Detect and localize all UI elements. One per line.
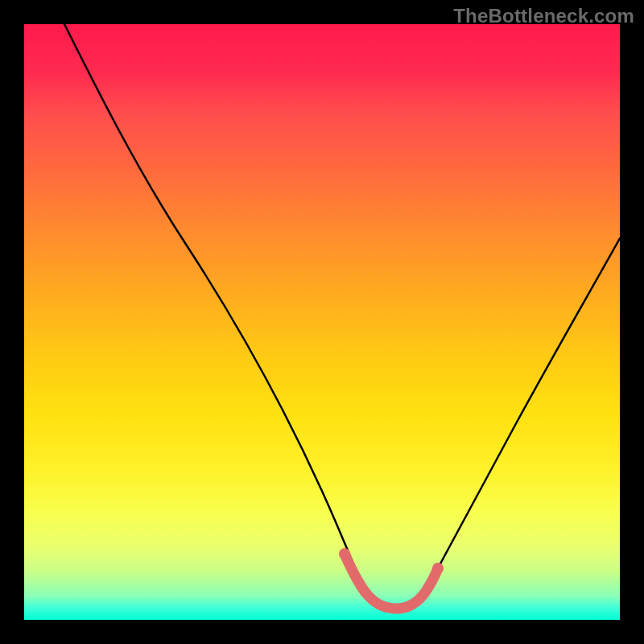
highlight-segment <box>345 554 438 609</box>
bottleneck-curve <box>64 24 620 607</box>
highlight-endpoint-right <box>432 563 444 574</box>
plot-area <box>24 24 620 620</box>
chart-container: TheBottleneck.com <box>0 0 644 644</box>
curve-svg <box>24 24 620 620</box>
highlight-endpoint-left <box>339 548 350 559</box>
